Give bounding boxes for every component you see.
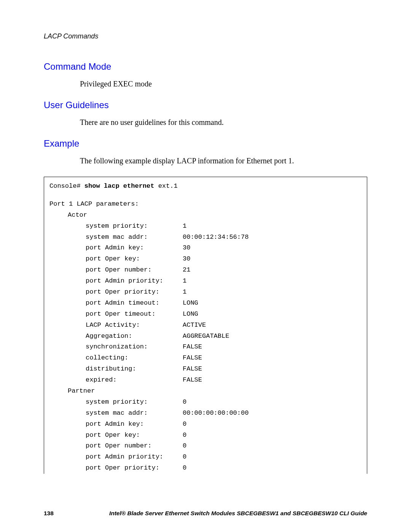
kv-label: port Oper number: (49, 265, 183, 276)
body-command-mode: Privileged EXEC mode (80, 79, 367, 89)
kv-label: port Admin timeout: (49, 298, 183, 309)
kv-row: port Oper number:21 (49, 265, 362, 276)
kv-value: 0 (183, 419, 362, 430)
code-prompt-line: Console# show lacp ethernet ext.1 (49, 181, 362, 192)
kv-row: port Oper timeout:LONG (49, 309, 362, 320)
kv-row: port Admin priority:1 (49, 276, 362, 287)
page-number: 138 (44, 510, 80, 517)
kv-label: synchronization: (49, 342, 183, 353)
code-output-box: Console# show lacp ethernet ext.1 Port 1… (44, 177, 367, 474)
kv-label: port Admin key: (49, 243, 183, 254)
kv-label: port Oper number: (49, 441, 183, 452)
kv-value: LONG (183, 309, 362, 320)
kv-row: port Admin key:30 (49, 243, 362, 254)
kv-label: LACP Activity: (49, 320, 183, 331)
kv-row: system priority:1 (49, 221, 362, 232)
kv-row: distributing:FALSE (49, 364, 362, 375)
kv-row: port Oper priority:0 (49, 463, 362, 474)
heading-user-guidelines: User Guidelines (44, 100, 367, 110)
kv-value: 0 (183, 397, 362, 408)
kv-row: port Oper priority:1 (49, 287, 362, 298)
kv-value: 21 (183, 265, 362, 276)
kv-label: port Oper priority: (49, 463, 183, 474)
kv-row: port Oper key:0 (49, 430, 362, 441)
kv-row: synchronization:FALSE (49, 342, 362, 353)
actor-rows: system priority:1system mac addr:00:00:1… (49, 221, 362, 386)
kv-label: distributing: (49, 364, 183, 375)
kv-value: 0 (183, 452, 362, 463)
page-footer: 138 Intel® Blade Server Ethernet Switch … (44, 510, 367, 517)
kv-row: system mac addr:00:00:12:34:56:78 (49, 232, 362, 243)
code-header: Port 1 LACP parameters: (49, 199, 362, 210)
kv-row: port Admin timeout:LONG (49, 298, 362, 309)
kv-value: FALSE (183, 375, 362, 386)
footer-text: Intel® Blade Server Ethernet Switch Modu… (80, 510, 367, 517)
kv-row: system mac addr:00:00:00:00:00:00 (49, 408, 362, 419)
code-command: show lacp ethernet (84, 182, 155, 190)
code-partner-label: Partner (49, 386, 362, 397)
heading-command-mode: Command Mode (44, 61, 367, 72)
kv-label: port Oper priority: (49, 287, 183, 298)
kv-row: port Oper key:30 (49, 254, 362, 265)
body-example: The following example display LACP infor… (80, 156, 367, 166)
kv-value: 1 (183, 276, 362, 287)
code-actor-label: Actor (49, 210, 362, 221)
kv-label: expired: (49, 375, 183, 386)
kv-label: system mac addr: (49, 232, 183, 243)
kv-value: LONG (183, 298, 362, 309)
kv-value: 30 (183, 254, 362, 265)
kv-label: collecting: (49, 353, 183, 364)
page-container: LACP Commands Command Mode Privileged EX… (0, 0, 411, 532)
code-prompt: Console# (49, 182, 81, 190)
kv-value: 00:00:12:34:56:78 (183, 232, 362, 243)
kv-value: 1 (183, 287, 362, 298)
kv-value: FALSE (183, 364, 362, 375)
kv-label: port Oper key: (49, 254, 183, 265)
kv-value: FALSE (183, 353, 362, 364)
heading-example: Example (44, 138, 367, 149)
kv-row: Aggregation:AGGREGATABLE (49, 331, 362, 342)
kv-row: LACP Activity:ACTIVE (49, 320, 362, 331)
kv-row: port Oper number:0 (49, 441, 362, 452)
kv-value: 30 (183, 243, 362, 254)
kv-value: 00:00:00:00:00:00 (183, 408, 362, 419)
kv-value: AGGREGATABLE (183, 331, 362, 342)
kv-row: port Admin key:0 (49, 419, 362, 430)
kv-label: port Oper key: (49, 430, 183, 441)
kv-label: Aggregation: (49, 331, 183, 342)
kv-row: expired:FALSE (49, 375, 362, 386)
kv-value: FALSE (183, 342, 362, 353)
kv-label: port Admin priority: (49, 276, 183, 287)
body-user-guidelines: There are no user guidelines for this co… (80, 117, 367, 128)
kv-value: 0 (183, 441, 362, 452)
code-arg: ext.1 (158, 182, 178, 190)
kv-label: port Admin priority: (49, 452, 183, 463)
partner-rows: system priority:0system mac addr:00:00:0… (49, 397, 362, 474)
kv-row: collecting:FALSE (49, 353, 362, 364)
kv-value: 0 (183, 463, 362, 474)
kv-row: port Admin priority:0 (49, 452, 362, 463)
kv-label: system priority: (49, 221, 183, 232)
kv-label: port Oper timeout: (49, 309, 183, 320)
kv-value: 1 (183, 221, 362, 232)
kv-label: system priority: (49, 397, 183, 408)
kv-label: system mac addr: (49, 408, 183, 419)
kv-row: system priority:0 (49, 397, 362, 408)
kv-value: 0 (183, 430, 362, 441)
kv-label: port Admin key: (49, 419, 183, 430)
running-head: LACP Commands (44, 32, 367, 40)
kv-value: ACTIVE (183, 320, 362, 331)
